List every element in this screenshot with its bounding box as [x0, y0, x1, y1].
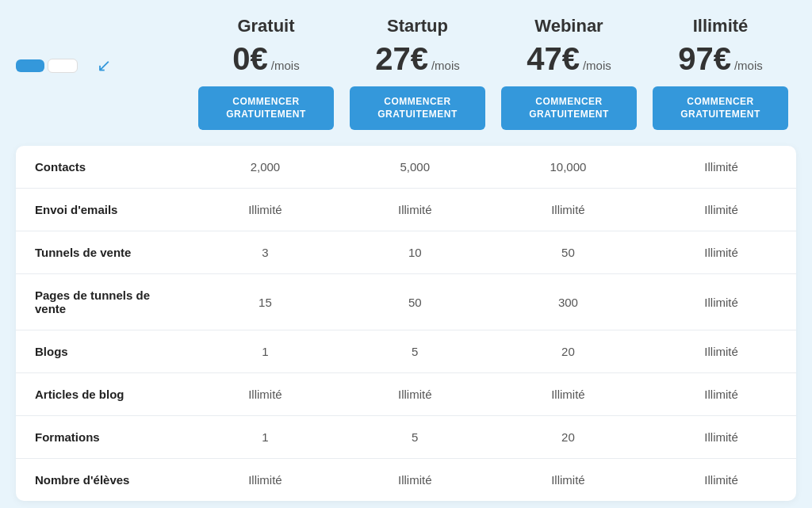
price-period: /mois	[583, 59, 611, 72]
plans-header: Gratuit 0€ /mois COMMENCERGRATUITEMENT S…	[190, 16, 796, 130]
feature-value: 10	[340, 231, 490, 274]
feature-value: 20	[490, 416, 646, 459]
feature-value: Illimité	[190, 189, 340, 231]
feature-value: 10,000	[490, 146, 646, 189]
feature-value: Illimité	[646, 330, 796, 373]
monthly-toggle-button[interactable]	[16, 59, 44, 72]
feature-label: Envoi d'emails	[16, 189, 190, 231]
feature-value: 15	[190, 274, 340, 330]
feature-value: Illimité	[340, 373, 490, 416]
savings-badge: ↙	[97, 44, 111, 76]
plan-name: Startup	[350, 16, 485, 36]
feature-value: Illimité	[646, 274, 796, 330]
feature-value: 5	[340, 416, 490, 459]
feature-table-section: Contacts2,0005,00010,000IllimitéEnvoi d'…	[16, 146, 796, 501]
cta-button[interactable]: COMMENCERGRATUITEMENT	[198, 86, 334, 130]
cta-button[interactable]: COMMENCERGRATUITEMENT	[350, 86, 485, 130]
price-period: /mois	[271, 59, 300, 72]
price-amount: 97€	[678, 41, 731, 77]
table-row: Envoi d'emailsIllimitéIllimitéIllimitéIl…	[16, 189, 796, 231]
feature-value: Illimité	[646, 416, 796, 459]
plan-column-webinar: Webinar 47€ /mois COMMENCERGRATUITEMENT	[493, 16, 645, 130]
feature-value: Illimité	[646, 231, 796, 274]
table-row: Pages de tunnels de vente1550300Illimité	[16, 274, 796, 330]
plan-price: 27€ /mois	[350, 41, 485, 77]
billing-toggle: ↙	[16, 56, 190, 76]
plan-column-gratuit: Gratuit 0€ /mois COMMENCERGRATUITEMENT	[190, 16, 342, 130]
feature-value: Illimité	[190, 459, 340, 502]
pricing-container: ↙ Gratuit 0€ /mois COMMENCERGRATUITEMENT…	[16, 16, 796, 501]
feature-value: 3	[190, 231, 340, 274]
plan-name: Illimité	[653, 16, 788, 36]
table-row: Contacts2,0005,00010,000Illimité	[16, 146, 796, 189]
feature-value: 50	[490, 231, 646, 274]
cta-button[interactable]: COMMENCERGRATUITEMENT	[653, 86, 788, 130]
feature-value: 2,000	[190, 146, 340, 189]
feature-value: Illimité	[490, 459, 646, 502]
feature-label: Tunnels de vente	[16, 231, 190, 274]
feature-value: Illimité	[490, 189, 646, 231]
feature-value: 5	[340, 330, 490, 373]
savings-arrow-icon: ↙	[97, 55, 111, 76]
price-amount: 47€	[527, 41, 580, 77]
table-row: Blogs1520Illimité	[16, 330, 796, 373]
table-row: Tunnels de vente31050Illimité	[16, 231, 796, 274]
feature-value: Illimité	[190, 373, 340, 416]
feature-value: 300	[490, 274, 646, 330]
plan-price: 97€ /mois	[653, 41, 788, 77]
plan-name: Gratuit	[198, 16, 334, 36]
feature-table: Contacts2,0005,00010,000IllimitéEnvoi d'…	[16, 146, 796, 501]
plan-column-illimité: Illimité 97€ /mois COMMENCERGRATUITEMENT	[645, 16, 796, 130]
feature-value: 20	[490, 330, 646, 373]
feature-label: Pages de tunnels de vente	[16, 274, 190, 330]
price-amount: 0€	[232, 41, 268, 77]
feature-value: 1	[190, 330, 340, 373]
feature-value: Illimité	[646, 373, 796, 416]
table-row: Nombre d'élèvesIllimitéIllimitéIllimitéI…	[16, 459, 796, 502]
feature-value: 50	[340, 274, 490, 330]
feature-label: Contacts	[16, 146, 190, 189]
feature-value: Illimité	[340, 459, 490, 502]
price-period: /mois	[734, 59, 763, 72]
price-amount: 27€	[375, 41, 428, 77]
feature-value: Illimité	[490, 373, 646, 416]
feature-value: Illimité	[646, 189, 796, 231]
header-section: ↙ Gratuit 0€ /mois COMMENCERGRATUITEMENT…	[16, 16, 796, 130]
cta-button[interactable]: COMMENCERGRATUITEMENT	[501, 86, 637, 130]
plan-name: Webinar	[501, 16, 637, 36]
feature-value: Illimité	[646, 459, 796, 502]
feature-label: Articles de blog	[16, 373, 190, 416]
feature-label: Nombre d'élèves	[16, 459, 190, 502]
billing-title	[16, 24, 190, 47]
feature-value: 1	[190, 416, 340, 459]
plan-price: 47€ /mois	[501, 41, 637, 77]
annual-toggle-button[interactable]	[48, 59, 78, 73]
plan-price: 0€ /mois	[198, 41, 334, 77]
feature-label: Formations	[16, 416, 190, 459]
plan-column-startup: Startup 27€ /mois COMMENCERGRATUITEMENT	[342, 16, 493, 130]
table-row: Formations1520Illimité	[16, 416, 796, 459]
feature-value: Illimité	[340, 189, 490, 231]
feature-label: Blogs	[16, 330, 190, 373]
table-row: Articles de blogIllimitéIllimitéIllimité…	[16, 373, 796, 416]
feature-value: 5,000	[340, 146, 490, 189]
billing-period-section: ↙	[16, 16, 190, 76]
feature-value: Illimité	[646, 146, 796, 189]
price-period: /mois	[431, 59, 460, 72]
